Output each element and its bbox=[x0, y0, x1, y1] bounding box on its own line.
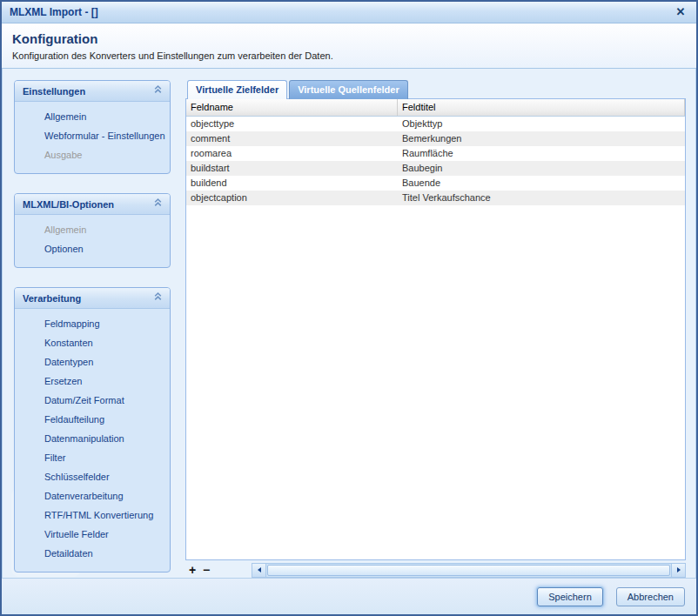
cell-feldtitel: Raumfläche bbox=[398, 146, 685, 161]
cell-feldname: objecttype bbox=[186, 117, 398, 131]
sidebar-item-webformular-einstellungen[interactable]: Webformular - Einstellungen bbox=[15, 126, 170, 145]
cell-feldtitel: Titel Verkaufschance bbox=[398, 191, 685, 205]
sidebar-item-ersetzen[interactable]: Ersetzen bbox=[15, 372, 170, 391]
cancel-button[interactable]: Abbrechen bbox=[616, 587, 685, 606]
page-title: Konfiguration bbox=[12, 31, 686, 46]
scrollbar-thumb[interactable] bbox=[267, 565, 670, 576]
content-area: Einstellungen Allgemein Webformular - Ei… bbox=[2, 69, 696, 578]
cell-feldtitel: Bauende bbox=[398, 176, 685, 191]
cell-feldname: buildend bbox=[186, 176, 398, 191]
cell-feldtitel: Bemerkungen bbox=[398, 131, 685, 146]
collapse-icon[interactable] bbox=[151, 83, 164, 99]
fields-grid: Feldname Feldtitel objecttype Objekttyp … bbox=[185, 98, 686, 560]
cell-feldname: buildstart bbox=[186, 161, 398, 176]
panel-einstellungen: Einstellungen Allgemein Webformular - Ei… bbox=[14, 80, 171, 174]
cell-feldtitel: Baubegin bbox=[398, 161, 685, 176]
window-title: MLXML Import - [] bbox=[10, 6, 673, 18]
sidebar-item-feldmapping[interactable]: Feldmapping bbox=[15, 314, 170, 333]
sidebar-item-datentypen[interactable]: Datentypen bbox=[15, 352, 170, 372]
tab-virtuelle-zielfelder[interactable]: Virtuelle Zielfelder bbox=[187, 80, 287, 99]
remove-row-button[interactable]: − bbox=[199, 563, 213, 577]
table-row[interactable]: objectcaption Titel Verkaufschance bbox=[186, 191, 685, 205]
sidebar-item-virtuelle-felder[interactable]: Virtuelle Felder bbox=[15, 525, 170, 544]
sidebar-item-optionen[interactable]: Optionen bbox=[15, 239, 170, 258]
save-button[interactable]: Speichern bbox=[537, 587, 603, 606]
scroll-left-button[interactable] bbox=[252, 564, 266, 577]
sidebar-item-datenverarbeitung[interactable]: Datenverarbeitung bbox=[15, 486, 170, 506]
scroll-right-button[interactable] bbox=[671, 564, 685, 577]
scroll-right-icon bbox=[677, 567, 681, 572]
tab-bar: Virtuelle Zielfelder Virtuelle Quellenfe… bbox=[185, 80, 686, 98]
panel-mlxml-bi-optionen-body: Allgemein Optionen bbox=[15, 215, 170, 267]
sidebar-item-feldaufteilung[interactable]: Feldaufteilung bbox=[15, 410, 170, 429]
sidebar-item-datum-zeit-format[interactable]: Datum/Zeit Format bbox=[15, 391, 170, 410]
grid-bottom-bar: + − bbox=[185, 562, 686, 578]
column-header-feldtitel[interactable]: Feldtitel bbox=[398, 99, 685, 116]
panel-einstellungen-header[interactable]: Einstellungen bbox=[15, 81, 170, 102]
cell-feldname: roomarea bbox=[186, 146, 398, 161]
page-header: Konfiguration Konfiguration des Konverte… bbox=[2, 23, 696, 69]
panel-verarbeitung-body: Feldmapping Konstanten Datentypen Ersetz… bbox=[15, 309, 170, 572]
close-icon[interactable]: ✕ bbox=[673, 4, 688, 20]
sidebar-item-datenmanipulation[interactable]: Datenmanipulation bbox=[15, 429, 170, 448]
scroll-left-icon bbox=[258, 567, 261, 572]
cell-feldname: objectcaption bbox=[186, 191, 398, 205]
panel-mlxml-bi-optionen: MLXML/BI-Optionen Allgemein Optionen bbox=[14, 193, 171, 268]
sidebar-item-konstanten[interactable]: Konstanten bbox=[15, 333, 170, 352]
cell-feldname: comment bbox=[186, 131, 398, 146]
sidebar-item-detaildaten[interactable]: Detaildaten bbox=[15, 544, 170, 563]
sidebar-item-filter[interactable]: Filter bbox=[15, 448, 170, 467]
footer-bar: Speichern Abbrechen bbox=[2, 578, 696, 614]
sidebar-item-rtf-html-konvertierung[interactable]: RTF/HTML Konvertierung bbox=[15, 506, 170, 525]
sidebar-item-allgemein[interactable]: Allgemein bbox=[15, 107, 170, 126]
page-subtitle: Konfiguration des Konverters und Einstel… bbox=[12, 50, 686, 61]
dialog-window: MLXML Import - [] ✕ Konfiguration Konfig… bbox=[0, 0, 698, 616]
panel-einstellungen-body: Allgemein Webformular - Einstellungen Au… bbox=[15, 102, 170, 173]
collapse-icon[interactable] bbox=[151, 196, 164, 212]
title-bar: MLXML Import - [] ✕ bbox=[2, 2, 696, 23]
sidebar-item-schluesselfelder[interactable]: Schlüsselfelder bbox=[15, 467, 170, 486]
table-row[interactable]: buildstart Baubegin bbox=[186, 161, 685, 176]
table-row[interactable]: comment Bemerkungen bbox=[186, 131, 685, 146]
sidebar-item-ausgabe: Ausgabe bbox=[15, 145, 170, 164]
main-area: Virtuelle Zielfelder Virtuelle Quellenfe… bbox=[185, 80, 686, 578]
sidebar: Einstellungen Allgemein Webformular - Ei… bbox=[14, 80, 171, 578]
grid-header: Feldname Feldtitel bbox=[186, 99, 685, 117]
add-row-button[interactable]: + bbox=[185, 563, 199, 577]
table-row[interactable]: objecttype Objekttyp bbox=[186, 117, 685, 131]
collapse-icon[interactable] bbox=[151, 290, 164, 306]
panel-mlxml-bi-optionen-header[interactable]: MLXML/BI-Optionen bbox=[15, 194, 170, 215]
column-header-feldname[interactable]: Feldname bbox=[186, 99, 398, 116]
panel-title: Einstellungen bbox=[23, 86, 85, 97]
horizontal-scrollbar[interactable] bbox=[252, 563, 686, 578]
table-row[interactable]: buildend Bauende bbox=[186, 176, 685, 191]
cell-feldtitel: Objekttyp bbox=[398, 117, 685, 131]
tab-virtuelle-quellenfelder[interactable]: Virtuelle Quellenfelder bbox=[289, 80, 408, 99]
panel-verarbeitung-header[interactable]: Verarbeitung bbox=[15, 288, 170, 309]
panel-title: MLXML/BI-Optionen bbox=[23, 199, 114, 210]
panel-verarbeitung: Verarbeitung Feldmapping Konstanten Date… bbox=[14, 287, 171, 572]
panel-title: Verarbeitung bbox=[23, 293, 81, 304]
table-row[interactable]: roomarea Raumfläche bbox=[186, 146, 685, 161]
sidebar-item-mlxml-allgemein: Allgemein bbox=[15, 220, 170, 239]
